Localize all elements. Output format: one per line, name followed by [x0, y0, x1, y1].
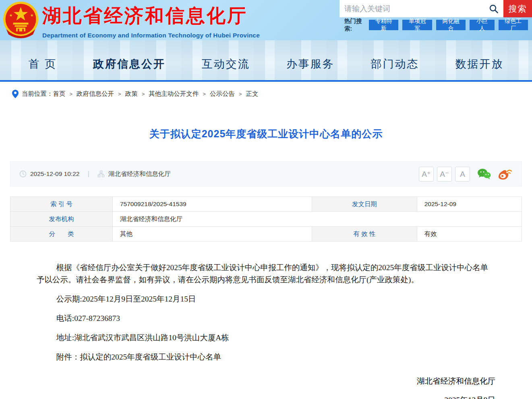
font-decrease-button[interactable]: A⁻ [437, 167, 452, 182]
validity-value: 有效 [417, 227, 522, 242]
nav-item-open-data[interactable]: 数据开放 [455, 57, 503, 71]
issue-date-label: 发文日期 [312, 197, 417, 212]
nav-item-gov-info[interactable]: 政府信息公开 [93, 57, 166, 71]
address-line: 地址:湖北省武汉市武昌区洪山路10号洪山大厦A栋 [56, 332, 495, 344]
table-row: 发布机构 湖北省经济和信息化厅 [10, 212, 522, 227]
hot-tag-zhuanjingtexin[interactable]: 专精特新 [369, 20, 398, 30]
article-meta-bar: 2025-12-09 10:22 | 湖北省经济和信息化厅 A⁺ A⁻ A [10, 161, 522, 186]
attachment-label: 附件： [56, 353, 80, 361]
index-number-label: 索 引 号 [10, 197, 113, 212]
search-zone: 搜索 热门搜索: 专精特新 单项冠军 两化融合 小巨人 绿色工厂 [339, 0, 532, 32]
attachment-line: 附件：拟认定的2025年度省级工业设计中心名单 [56, 351, 495, 363]
site-header: 湖北省经济和信息化厅 Department of Economy and Inf… [0, 0, 532, 40]
breadcrumb-label: 当前位置： [22, 90, 53, 98]
meta-divider: | [87, 170, 89, 178]
breadcrumb: 当前位置： 首页 > 政府信息公开 > 政策 > 其他主动公开文件 > 公示公告… [0, 82, 532, 104]
validity-label: 有 效 性 [312, 227, 417, 242]
publish-datetime: 2025-12-09 10:22 [30, 170, 79, 178]
category-label: 分 类 [10, 227, 113, 242]
signature-date: 2025年12月9日 [10, 394, 495, 399]
index-number-value: 757009218/2025-41539 [113, 197, 312, 212]
document-info-table: 索 引 号 757009218/2025-41539 发文日期 2025-12-… [10, 196, 522, 242]
crumb-home[interactable]: 首页 [53, 90, 66, 98]
article-body: 根据《省经信厅办公室关于做好2025年度省级工业设计中心申报工作的通知》，现将拟… [10, 262, 522, 363]
phone-line: 电话:027-87236873 [56, 312, 495, 325]
search-magnifier-button[interactable] [484, 0, 503, 17]
nav-item-home[interactable]: 首 页 [29, 57, 57, 71]
publicity-period-line: 公示期:2025年12月9日至2025年12月15日 [56, 293, 495, 305]
body-paragraph: 根据《省经信厅办公室关于做好2025年度省级工业设计中心申报工作的通知》，现将拟… [37, 262, 495, 286]
table-row: 分 类 其他 有 效 性 有效 [10, 227, 522, 242]
nav-item-interaction[interactable]: 互动交流 [202, 57, 250, 71]
nav-item-dept-news[interactable]: 部门动态 [371, 57, 419, 71]
font-increase-button[interactable]: A⁺ [419, 167, 434, 182]
national-emblem-logo [2, 1, 40, 39]
site-title: 湖北省经济和信息化厅 [42, 3, 260, 29]
article-signature: 湖北省经济和信息化厅 2025年12月9日 [10, 375, 522, 399]
crumb-current-article: 正文 [246, 90, 258, 98]
issue-date-value: 2025-12-09 [417, 197, 522, 212]
site-subtitle: Department of Economy and Information Te… [42, 32, 260, 39]
publisher-label: 发布机构 [10, 212, 113, 227]
crumb-policy[interactable]: 政策 [125, 90, 138, 98]
weibo-share-icon[interactable] [498, 168, 513, 180]
category-value: 其他 [113, 227, 312, 242]
font-reset-button[interactable]: A [455, 167, 470, 182]
article-title: 关于拟认定2025年度省级工业设计中心名单的公示 [10, 127, 522, 141]
signature-org: 湖北省经济和信息化厅 [10, 375, 495, 387]
hot-tag-xiaojuren[interactable]: 小巨人 [470, 20, 495, 30]
main-nav: 首 页 政府信息公开 互动交流 办事服务 部门动态 数据开放 [0, 40, 532, 82]
search-button[interactable]: 搜索 [503, 0, 532, 17]
publisher-value: 湖北省经济和信息化厅 [113, 212, 522, 227]
article-content: 关于拟认定2025年度省级工业设计中心名单的公示 2025-12-09 10:2… [10, 127, 522, 399]
wechat-share-icon[interactable] [477, 168, 491, 180]
hot-search-label: 热门搜索: [344, 17, 366, 33]
hot-tag-danxiangguanjun[interactable]: 单项冠军 [402, 20, 432, 30]
hot-tag-lvsegongchang[interactable]: 绿色工厂 [499, 20, 528, 30]
crumb-gov-info[interactable]: 政府信息公开 [77, 90, 114, 98]
source-name: 湖北省经济和信息化厅 [108, 170, 171, 178]
nav-item-services[interactable]: 办事服务 [286, 57, 335, 71]
crumb-other-public-docs[interactable]: 其他主动公开文件 [149, 90, 199, 98]
crumb-announcements[interactable]: 公示公告 [210, 90, 235, 98]
search-input[interactable] [339, 0, 484, 17]
location-pin-icon [12, 90, 19, 98]
search-icon [489, 4, 499, 14]
attachment-link[interactable]: 拟认定的2025年度省级工业设计中心名单 [80, 353, 221, 361]
table-row: 索 引 号 757009218/2025-41539 发文日期 2025-12-… [10, 197, 522, 212]
hot-tag-lianghuaronghe[interactable]: 两化融合 [436, 20, 466, 30]
source-org-icon [97, 170, 105, 178]
clock-icon [19, 170, 27, 178]
